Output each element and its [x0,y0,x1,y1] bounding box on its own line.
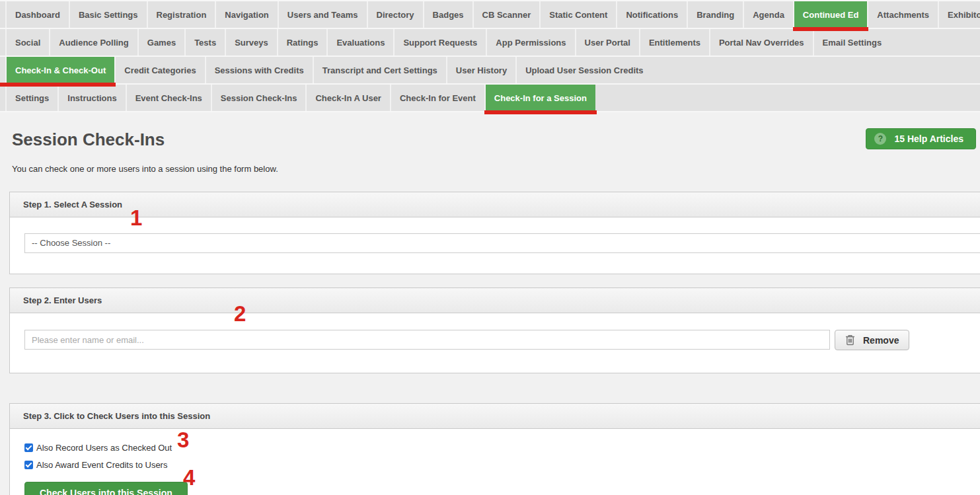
page-title: Session Check-Ins [12,128,165,151]
nav-tab[interactable]: Entitlements [639,29,709,56]
nav-tab-label: Ratings [287,38,319,48]
nav-tab-label: Notifications [626,10,678,20]
nav-tab[interactable]: Directory [367,1,423,28]
nav-tab[interactable]: Dashboard [5,1,69,28]
nav-tab-label: Instructions [67,93,116,103]
remove-button[interactable]: Remove [835,330,909,350]
annotation-4: 4 [183,467,195,488]
session-select[interactable]: -- Choose Session -- [24,233,980,253]
nav-tab-label: Social [15,38,40,48]
nav-tab-label: Sessions with Credits [215,65,304,75]
nav-row-4: Settings Instructions Event Check-Ins Se… [0,85,980,112]
nav-tab[interactable]: CB Scanner [472,1,540,28]
annotation-2: 2 [234,303,246,324]
nav-tab-label: Check-In for Event [400,93,476,103]
nav-tab[interactable]: Audience Polling [49,29,137,56]
nav-tab-label: Registration [157,10,207,20]
nav-tab[interactable]: Portal Nav Overrides [709,29,813,56]
checkbox-label: Also Award Event Credits to Users [36,460,167,470]
nav-tab[interactable]: Check-In for Event [390,85,484,111]
nav-row-3: Check-In & Check-Out Credit Categories S… [0,57,980,85]
trash-icon [845,334,855,346]
nav-tab-label: Games [147,38,176,48]
intro-text: You can check one or more users into a s… [12,164,980,174]
nav-tab[interactable]: Attachments [867,1,938,28]
nav-tab[interactable]: Exhibitors and Sponsors [938,1,980,28]
step1-panel: Step 1. Select A Session -- Choose Sessi… [9,192,980,274]
step3-header: Step 3. Click to Check Users into this S… [10,404,980,429]
nav-tab-label: Surveys [235,38,268,48]
nav-tab[interactable]: Tests [184,29,225,56]
nav-tab[interactable]: Check-In & Check-Out [5,57,114,83]
nav-tab[interactable]: Settings [5,85,57,111]
nav-tab-label: App Permissions [496,38,566,48]
nav-tab[interactable]: Check-In for a Session [484,85,595,111]
step1-body: -- Choose Session -- [10,217,980,274]
nav-tab[interactable]: Email Settings [813,29,891,56]
nav-tab-label: Basic Settings [79,10,138,20]
nav-tab[interactable]: Support Requests [393,29,486,56]
nav-tab[interactable]: Static Content [539,1,616,28]
step2-body: Remove [10,313,980,373]
nav-tab[interactable]: User Portal [575,29,639,56]
nav-tab-label: Check-In & Check-Out [15,65,106,75]
step3-panel: Step 3. Click to Check Users into this S… [9,403,980,495]
nav-tab[interactable]: Event Check-Ins [126,85,211,111]
nav-tab-label: Settings [15,93,49,103]
nav-tab[interactable]: Continued Ed [793,1,868,28]
nav-tab[interactable]: Badges [423,1,472,28]
nav-tab-label: Navigation [225,10,268,20]
step2-header: Step 2. Enter Users [10,288,980,313]
nav-tab[interactable]: Registration [147,1,215,28]
checkbox-group: Also Record Users as Checked Out Also Aw… [24,443,980,470]
nav-tab-label: Directory [377,10,414,20]
user-search-input[interactable] [24,330,830,350]
nav-tab[interactable]: Notifications [616,1,687,28]
nav-tab[interactable]: Check-In A User [305,85,389,111]
nav-tab-label: Exhibitors and Sponsors [948,10,980,20]
nav-tab-label: Check-In A User [315,93,381,103]
nav-tab-label: Tests [194,38,216,48]
nav-tab-label: Dashboard [15,10,60,20]
nav-row-1: Dashboard Basic Settings Registration Na… [0,0,980,29]
nav-tab[interactable]: Transcript and Cert Settings [313,57,446,83]
nav-tab[interactable]: User History [446,57,515,83]
checkbox-row[interactable]: Also Record Users as Checked Out [24,443,980,453]
help-articles-label: 15 Help Articles [894,133,963,144]
nav-tab-label: Upload User Session Credits [525,65,643,75]
nav-tab[interactable]: Games [137,29,184,56]
checkbox-checked-icon[interactable] [24,443,33,452]
nav-tab[interactable]: Social [5,29,49,56]
checkbox-row[interactable]: Also Award Event Credits to Users [24,460,980,470]
nav-tab[interactable]: Branding [687,1,743,28]
nav-tab[interactable]: Basic Settings [69,1,147,28]
nav-tab-label: Email Settings [823,38,882,48]
nav-tab[interactable]: Evaluations [326,29,393,56]
nav-tab-label: Attachments [877,10,929,20]
nav-tab[interactable]: Navigation [215,1,277,28]
nav-tab-label: Badges [433,10,464,20]
nav-tab-label: Evaluations [336,38,385,48]
nav-tab[interactable]: Upload User Session Credits [515,57,652,83]
nav-tab[interactable]: Users and Teams [278,1,367,28]
nav-tab[interactable]: Surveys [225,29,277,56]
nav-tab-label: Entitlements [649,38,700,48]
help-articles-button[interactable]: ? 15 Help Articles [866,128,976,149]
nav-row-2: Social Audience Polling Games Tests Surv… [0,29,980,57]
nav-tab[interactable]: Sessions with Credits [205,57,313,83]
checkbox-checked-icon[interactable] [24,461,33,469]
nav-tab[interactable]: Agenda [743,1,793,28]
nav-tab[interactable]: Ratings [277,29,327,56]
nav-tab-label: CB Scanner [482,10,531,20]
nav-tab-label: Credit Categories [124,65,196,75]
nav-tab[interactable]: Credit Categories [114,57,204,83]
step1-header: Step 1. Select A Session [10,192,980,217]
nav-tab-label: Portal Nav Overrides [719,38,804,48]
nav-tab-label: Support Requests [403,38,477,48]
nav-tab[interactable]: App Permissions [486,29,574,56]
nav-tab[interactable]: Instructions [57,85,125,111]
nav-tab[interactable]: Session Check-Ins [211,85,306,111]
page-header: Session Check-Ins ? 15 Help Articles [12,128,976,151]
check-users-into-session-button[interactable]: Check Users into this Session [24,482,188,495]
nav-tab-label: Session Check-Ins [221,93,297,103]
